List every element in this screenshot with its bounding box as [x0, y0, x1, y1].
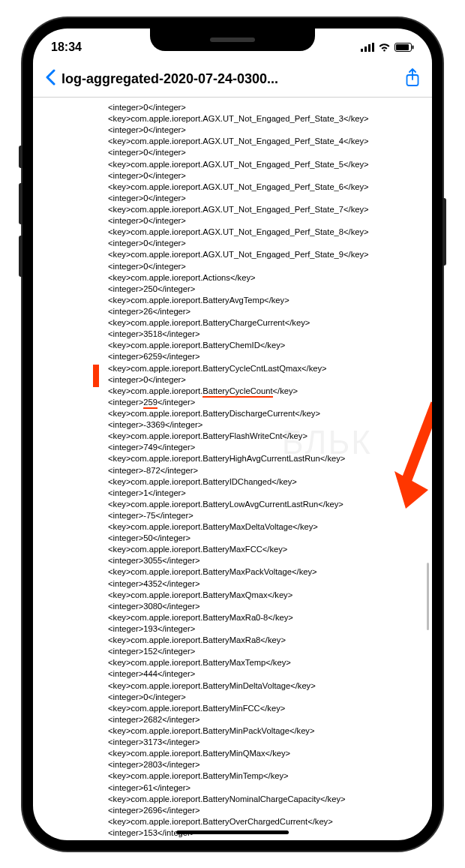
log-line: <key>com.apple.ioreport.AGX.UT_Not_Engag…: [108, 159, 424, 170]
notch: [150, 29, 315, 51]
nav-bar: log-aggregated-2020-07-24-0300...: [33, 62, 432, 98]
log-line: <key>com.apple.ioreport.BatteryNominalCh…: [108, 794, 424, 805]
log-line: <integer>444</integer>: [108, 668, 424, 680]
log-line: <key>com.apple.ioreport.BatteryMaxFCC</k…: [108, 544, 424, 555]
log-line: <integer>3055</integer>: [108, 555, 424, 566]
log-line: <key>com.apple.ioreport.BatteryMaxTemp</…: [108, 657, 424, 668]
log-line: <key>com.apple.ioreport.BatteryChargeCur…: [108, 317, 424, 329]
log-line: <key>com.apple.ioreport.BatteryIDChanged…: [108, 476, 424, 488]
log-line: <integer>250</integer>: [108, 284, 424, 295]
log-line: <key>com.apple.ioreport.BatteryHighAvgCu…: [108, 453, 424, 464]
log-line: <key>com.apple.ioreport.AGX.UT_Not_Engag…: [108, 249, 424, 260]
log-line: <key>com.apple.ioreport.BatteryMaxPackVo…: [108, 566, 424, 578]
home-indicator[interactable]: [176, 830, 289, 834]
log-line: <integer>3080</integer>: [108, 601, 424, 612]
log-line: <integer>0</integer>: [108, 102, 424, 113]
log-line: <integer>2682</integer>: [108, 714, 424, 725]
log-line: <integer>2803</integer>: [108, 759, 424, 770]
svg-rect-2: [368, 44, 370, 52]
page-title: log-aggregated-2020-07-24-0300...: [62, 71, 399, 87]
log-line: <integer>3173</integer>: [108, 737, 424, 748]
log-line: <key>com.apple.ioreport.AGX.UT_Not_Engag…: [108, 204, 424, 215]
log-line: <integer>0</integer>: [108, 374, 424, 386]
log-line: <key>com.apple.ioreport.Actions</key>: [108, 272, 424, 284]
log-line: <key>com.apple.ioreport.BatteryMinTemp</…: [108, 770, 424, 782]
log-line: <key>com.apple.ioreport.BatteryLowAvgCur…: [108, 499, 424, 510]
log-line: <key>com.apple.ioreport.BatteryFlashWrit…: [108, 431, 424, 442]
svg-rect-3: [372, 43, 374, 52]
log-line: <integer>2696</integer>: [108, 805, 424, 816]
log-line: <key>com.apple.ioreport.AGX.UT_Not_Engag…: [108, 227, 424, 238]
log-line: <key>com.apple.ioreport.BatteryMinFCC</k…: [108, 703, 424, 714]
power-button: [442, 198, 446, 266]
svg-rect-6: [412, 46, 414, 50]
cellular-icon: [361, 43, 374, 52]
share-button[interactable]: [405, 68, 420, 91]
log-line: <key>com.apple.ioreport.BatteryMaxDeltaV…: [108, 521, 424, 533]
log-line: <key>com.apple.ioreport.BatteryMinQMax</…: [108, 748, 424, 759]
svg-rect-5: [396, 44, 409, 50]
log-line: <integer>0</integer>: [108, 147, 424, 158]
log-line: <integer>0</integer>: [108, 215, 424, 227]
status-time: 18:34: [51, 41, 82, 54]
log-line: <integer>0</integer>: [108, 125, 424, 136]
log-line: <key>com.apple.ioreport.AGX.UT_Not_Engag…: [108, 113, 424, 125]
log-line: <integer>61</integer>: [108, 782, 424, 794]
log-line: <key>com.apple.ioreport.BatteryMaxRa0-8<…: [108, 612, 424, 623]
log-line: <key>com.apple.ioreport.BatteryChemID</k…: [108, 340, 424, 351]
log-line: <integer>50</integer>: [108, 533, 424, 544]
log-line: <integer>0</integer>: [108, 170, 424, 182]
log-line: <integer>3518</integer>: [108, 329, 424, 340]
log-line: <integer>749</integer>: [108, 442, 424, 453]
wifi-icon: [378, 43, 391, 52]
log-line: <integer>-872</integer>: [108, 465, 424, 476]
volume-up-button: [19, 183, 22, 224]
log-line: <integer>-75</integer>: [108, 510, 424, 521]
log-line: <integer>152</integer>: [108, 646, 424, 657]
log-content[interactable]: БЛЬК <integer>0</integer><key>com.apple.…: [33, 98, 432, 840]
volume-down-button: [19, 236, 22, 277]
svg-rect-0: [361, 49, 363, 52]
log-line: <integer>259</integer>: [108, 397, 424, 408]
log-line: <key>com.apple.ioreport.BatteryMinPackVo…: [108, 725, 424, 737]
log-line: <key>com.apple.ioreport.BatteryMinDeltaV…: [108, 680, 424, 692]
screen: 18:34 log-aggregated-2020-07-24-0300... …: [33, 29, 432, 840]
log-line: <key>com.apple.ioreport.BatteryOverCharg…: [108, 816, 424, 827]
log-line: <integer>-3369</integer>: [108, 419, 424, 431]
log-line: <key>com.apple.ioreport.BatteryMaxQmax</…: [108, 590, 424, 601]
log-line: <key>com.apple.ioreport.BatteryDischarge…: [108, 408, 424, 419]
log-line: <integer>0</integer>: [108, 193, 424, 204]
log-line: <key>com.apple.ioreport.AGX.UT_Not_Engag…: [108, 136, 424, 147]
log-line: <integer>193</integer>: [108, 623, 424, 635]
speaker-grille: [210, 38, 255, 42]
log-line: <key>com.apple.ioreport.BatteryMaxRa8</k…: [108, 635, 424, 646]
log-line: <integer>26</integer>: [108, 306, 424, 317]
log-line: <integer>4352</integer>: [108, 578, 424, 590]
log-line: <key>com.apple.ioreport.BatteryCycleCntL…: [108, 363, 424, 374]
log-line: <integer>0</integer>: [108, 692, 424, 703]
silence-switch: [19, 146, 22, 168]
log-line: <integer>0</integer>: [108, 261, 424, 272]
log-line: <key>com.apple.ioreport.AGX.UT_Not_Engag…: [108, 182, 424, 193]
log-line: <key>com.apple.ioreport.BatteryAvgTemp</…: [108, 295, 424, 306]
log-line: <integer>6259</integer>: [108, 351, 424, 362]
svg-rect-1: [364, 47, 367, 52]
battery-icon: [394, 43, 414, 52]
phone-frame: 18:34 log-aggregated-2020-07-24-0300... …: [22, 18, 442, 851]
scroll-indicator: [427, 563, 429, 630]
log-line: <integer>0</integer>: [108, 238, 424, 249]
log-line: <key>com.apple.ioreport.BatteryOverDisch…: [108, 839, 424, 840]
highlight-marker: [93, 365, 99, 387]
back-button[interactable]: [45, 68, 56, 91]
log-line: <integer>1</integer>: [108, 488, 424, 499]
log-line: <key>com.apple.ioreport.BatteryCycleCoun…: [108, 386, 424, 397]
